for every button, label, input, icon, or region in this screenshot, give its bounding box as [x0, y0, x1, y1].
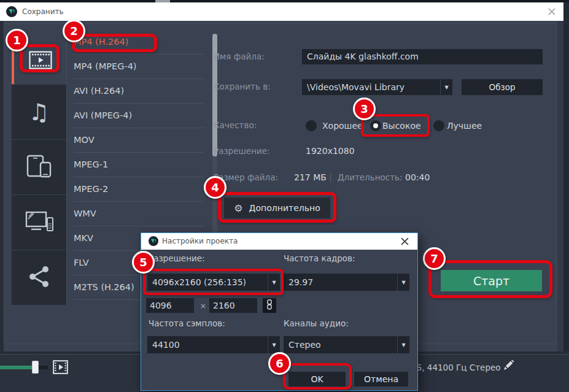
format-item[interactable]: MP4 (MPEG-4) [74, 55, 204, 79]
format-item[interactable]: MPEG-1 [74, 153, 204, 177]
tv-remote-icon [25, 210, 53, 235]
annotation-step-1: 1 [6, 29, 28, 52]
format-item[interactable]: MOV [74, 128, 204, 153]
zoom-slider-handle[interactable] [32, 361, 39, 374]
samplerate-value: 44100 [152, 336, 180, 353]
screenshot-stage: Б, 44100 Гц Стерео Сохранить [0, 0, 569, 392]
project-audio-info: Б, 44100 Гц Стерео [416, 361, 501, 374]
chevron-down-icon[interactable]: ▼ [397, 274, 409, 291]
format-item[interactable]: AVI (H.264) [74, 79, 204, 104]
channels-dropdown[interactable]: Стерео ▼ [284, 336, 409, 353]
format-item[interactable]: AVI (MPEG-4) [74, 104, 204, 128]
annotation-step-7: 7 [423, 247, 446, 270]
duration-label: Длительность: [338, 170, 403, 185]
radio-quality-good[interactable] [306, 120, 317, 131]
samplerate-dropdown[interactable]: 44100 ▼ [147, 336, 280, 353]
devices-icon [26, 155, 53, 180]
annotation-box-1 [20, 44, 60, 72]
filesize-value: 217 МБ [294, 170, 327, 185]
times-sign: × [196, 298, 210, 313]
tab-tv-devices[interactable] [12, 195, 66, 250]
edit-pencil-icon[interactable] [503, 359, 514, 371]
project-resolution-label: Разрешение: [149, 252, 205, 264]
save-to-value: \Videos\Movavi Library [307, 79, 404, 95]
chevron-down-icon[interactable]: ▼ [397, 336, 409, 353]
channels-value: Стерео [288, 336, 321, 353]
dialog-right-edge [557, 21, 563, 352]
annotation-box-2 [72, 34, 157, 52]
filmstrip-icon[interactable] [53, 360, 68, 374]
annotation-box-7 [428, 260, 552, 298]
radio-quality-good-label[interactable]: Хорошее [322, 118, 363, 134]
save-dialog-title: Сохранить [22, 2, 64, 21]
annotation-box-5 [143, 269, 284, 295]
cancel-button[interactable]: Отмена [354, 372, 408, 386]
chevron-down-icon[interactable]: ▼ [440, 79, 452, 95]
close-icon[interactable] [397, 234, 412, 248]
quality-label: Качество: [214, 118, 257, 133]
save-to-dropdown[interactable]: \Videos\Movavi Library ▼ [302, 79, 452, 95]
annotation-step-4: 4 [204, 176, 226, 199]
app-logo-icon [149, 236, 158, 246]
framerate-label: Частота кадров: [284, 252, 355, 264]
save-to-label: Сохранить в: [214, 79, 271, 94]
annotation-box-4 [218, 192, 336, 223]
width-input[interactable]: 4096 [146, 298, 194, 313]
framerate-value: 29.97 [288, 274, 313, 291]
annotation-step-3: 3 [353, 98, 376, 120]
browse-button[interactable]: Обзор [462, 79, 543, 95]
chevron-down-icon[interactable]: ▼ [268, 336, 280, 353]
filename-input[interactable]: Слайды 4K glashkoff.com [302, 49, 543, 64]
annotation-step-6: 6 [268, 352, 291, 375]
project-dialog-title: Настройки проекта [162, 233, 238, 250]
format-item[interactable]: WMV [74, 202, 204, 226]
chain-link-icon [266, 299, 273, 312]
duration-value: 00:40 [405, 170, 430, 185]
annotation-step-2: 2 [63, 20, 85, 42]
tab-audio-formats[interactable]: ♫ [12, 85, 66, 139]
aspect-lock-button[interactable] [263, 298, 276, 313]
share-icon [28, 266, 51, 290]
resolution-value: 1920x1080 [306, 144, 355, 159]
format-item[interactable]: MPEG-2 [74, 177, 204, 202]
music-note-icon: ♫ [28, 99, 49, 126]
channels-label: Каналы аудио: [284, 317, 349, 329]
tab-devices[interactable] [12, 140, 66, 194]
tab-share[interactable] [12, 250, 66, 305]
radio-quality-best[interactable] [433, 120, 444, 131]
resolution-label: Разрешение: [214, 144, 270, 159]
radio-quality-best-label[interactable]: Лучшее [447, 118, 482, 134]
filename-label: Имя файла: [214, 49, 265, 64]
close-icon[interactable] [544, 4, 560, 19]
height-input[interactable]: 2160 [209, 298, 257, 313]
app-logo-icon [6, 6, 17, 17]
sidebar-divider [66, 39, 67, 305]
annotation-box-6 [283, 363, 352, 390]
save-dialog-titlebar [0, 2, 563, 21]
annotation-step-5: 5 [132, 251, 155, 274]
zoom-slider-fill [0, 366, 33, 369]
samplerate-label: Частота сэмплов: [149, 317, 225, 329]
framerate-dropdown[interactable]: 29.97 ▼ [284, 274, 409, 291]
info-divider: | [329, 170, 332, 185]
